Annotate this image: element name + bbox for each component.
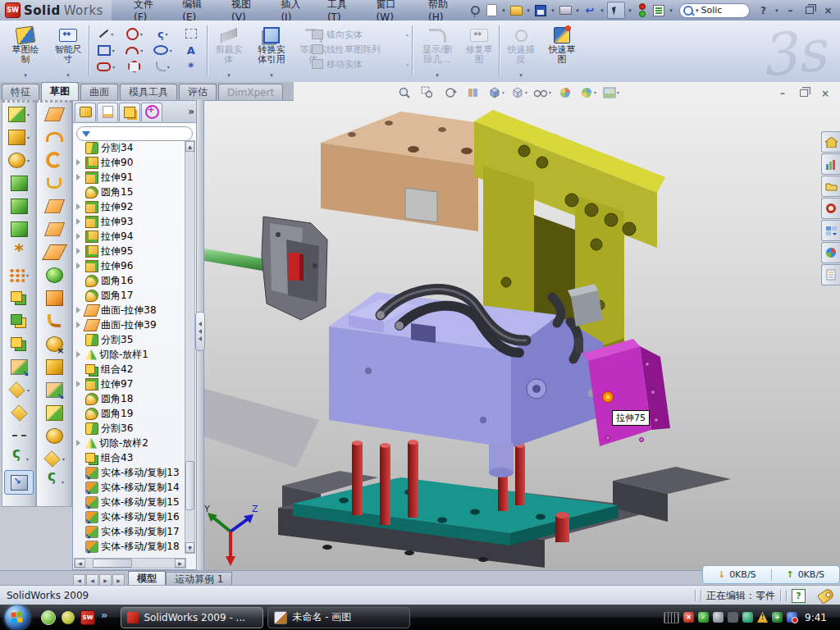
warning-tray-icon[interactable]: ! [757, 612, 768, 623]
status-help-icon[interactable]: ? [792, 589, 806, 603]
trim-dropdown[interactable] [227, 72, 231, 80]
resources-tab-icon[interactable] [821, 153, 840, 175]
feature-tool-button[interactable]: ▾ [2, 286, 35, 309]
tool-dropdown-arrow[interactable]: ▾ [27, 158, 30, 163]
convert-entities-button[interactable]: 转换实 体引用 [249, 23, 294, 80]
tree-item[interactable]: 分割36 [74, 421, 186, 436]
feature-tool-button[interactable]: ▾ [2, 355, 35, 378]
feature-tool-button[interactable]: ▾ [2, 126, 35, 148]
tree-item[interactable]: 拉伸92 [74, 199, 186, 214]
circle-tool[interactable] [126, 28, 143, 40]
graphics-viewport[interactable]: Y Z X [203, 82, 840, 570]
select-dropdown[interactable] [627, 3, 633, 18]
tree-item[interactable]: 拉伸93 [74, 214, 186, 229]
tree-item[interactable]: 圆角17 [74, 288, 186, 303]
tree-horizontal-scrollbar[interactable] [74, 558, 186, 568]
tree-item[interactable]: 圆角18 [74, 391, 186, 406]
tree-vertical-scrollbar[interactable] [185, 140, 195, 554]
tree-item[interactable]: 实体-移动/复制18 [74, 539, 186, 554]
tree-item[interactable]: 拉伸91 [74, 170, 186, 185]
tree-item[interactable]: 分割34 [74, 140, 186, 155]
part-gray-bracket[interactable] [262, 217, 327, 320]
mold-tool-button[interactable]: ▾ [37, 470, 71, 493]
zoom-fit-icon[interactable] [395, 84, 414, 100]
configuration-manager-tab[interactable] [119, 103, 140, 121]
expand-arrow[interactable] [76, 351, 83, 358]
tool-dropdown-arrow[interactable]: ▾ [27, 135, 30, 140]
tree-item[interactable]: 拉伸97 [74, 377, 186, 391]
command-tab[interactable]: DimXpert [218, 84, 283, 100]
expand-arrow[interactable] [76, 248, 83, 254]
trim-entities-button[interactable]: 剪裁实 体 [210, 23, 248, 80]
expand-arrow[interactable] [76, 322, 83, 328]
display-delete-relations-button[interactable]: 显示/删 除几... [415, 23, 459, 80]
model-tab[interactable]: 模型 [128, 571, 166, 586]
apply-scene-icon[interactable] [578, 84, 598, 100]
doc-close-button[interactable]: × [817, 87, 833, 99]
expand-arrow[interactable] [76, 440, 83, 446]
repair-sketch-button[interactable]: 修复草 图 [461, 23, 497, 80]
quick-snaps-dropdown[interactable] [519, 72, 523, 80]
help-dropdown[interactable] [774, 3, 780, 18]
mold-tool-button[interactable]: ▾ [37, 240, 71, 263]
feature-tool-button[interactable]: ▾ [2, 378, 35, 401]
next-tab-button[interactable] [99, 574, 112, 586]
save-button[interactable] [533, 3, 548, 18]
tree-item[interactable]: 切除-放样1 [74, 347, 186, 362]
doc-restore-button[interactable] [796, 87, 812, 99]
command-tab[interactable]: 模具工具 [120, 84, 177, 100]
command-tab[interactable]: 评估 [179, 84, 217, 100]
open-file-dropdown[interactable] [525, 3, 532, 18]
print-dropdown[interactable] [574, 3, 581, 18]
zoom-area-icon[interactable] [418, 84, 437, 100]
pin-icon[interactable] [468, 3, 482, 18]
tree-item[interactable]: 实体-移动/复制16 [74, 509, 186, 524]
mold-tool-button[interactable]: ▾ [37, 171, 71, 194]
expand-arrow[interactable] [76, 233, 83, 240]
line-tool[interactable] [98, 31, 113, 37]
tool-dropdown-arrow[interactable]: ▾ [62, 456, 65, 462]
search-scope-dropdown[interactable]: ▾ [696, 7, 699, 14]
tree-item[interactable]: 曲面-拉伸39 [74, 317, 186, 332]
input-method-icon[interactable] [664, 612, 679, 623]
motion-study-tab[interactable]: 运动算例 1 [166, 572, 232, 586]
antivirus-tray-icon[interactable]: ✓ [698, 612, 709, 623]
options-button[interactable] [651, 3, 666, 18]
undo-button[interactable]: ↩ [582, 3, 597, 18]
hide-show-dropdown[interactable] [549, 89, 551, 95]
convert-dropdown[interactable] [270, 72, 273, 80]
dimxpert-manager-tab[interactable] [141, 103, 162, 121]
mold-tool-button[interactable]: ▾ [37, 286, 71, 309]
tree-filter-input[interactable] [76, 126, 193, 141]
ellipse-tool[interactable] [153, 45, 172, 55]
select-tool-button[interactable] [607, 2, 625, 19]
view-orientation-icon[interactable] [486, 84, 506, 100]
tree-item[interactable]: 实体-移动/复制14 [74, 480, 186, 495]
command-tab[interactable]: 草图 [41, 82, 79, 100]
slot-tool[interactable] [97, 62, 115, 71]
custom-properties-tab-icon[interactable] [821, 264, 840, 285]
expand-arrow[interactable] [76, 262, 83, 269]
close-button[interactable]: × [819, 3, 837, 17]
prev-tab-button[interactable] [86, 574, 98, 586]
feature-tool-button[interactable]: ▾ [2, 332, 35, 355]
rotate-view-icon[interactable] [441, 84, 460, 100]
tree-item[interactable]: 实体-移动/复制13 [74, 465, 186, 480]
expand-arrow[interactable] [76, 307, 83, 313]
open-file-button[interactable] [509, 3, 523, 18]
linear-sketch-pattern-button[interactable]: 线性草图阵列 [312, 42, 409, 57]
feature-tool-button[interactable]: ▾ [2, 447, 35, 470]
view-orientation-dropdown[interactable] [502, 89, 504, 95]
print-button[interactable] [558, 3, 573, 18]
feature-tool-button[interactable]: ▾ [4, 470, 34, 495]
display-style-icon[interactable] [509, 84, 529, 100]
horizontal-scroll-thumb[interactable] [93, 559, 132, 568]
hide-show-items-icon[interactable] [532, 84, 552, 100]
network-tray-icon[interactable] [742, 612, 753, 623]
tag-icon[interactable] [817, 587, 835, 605]
feature-tool-button[interactable]: ▾ [2, 263, 35, 286]
firewall-tray-icon[interactable]: + [772, 612, 783, 623]
media-quicklaunch-icon[interactable] [62, 611, 75, 624]
property-manager-tab[interactable] [97, 103, 118, 121]
view-settings-dropdown[interactable] [617, 89, 619, 95]
